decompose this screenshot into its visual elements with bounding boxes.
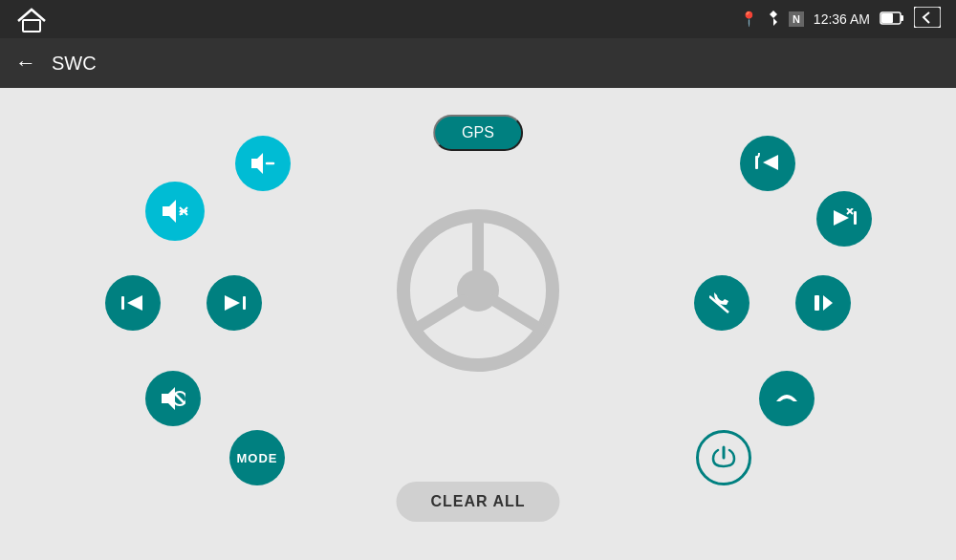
steering-wheel [397,209,559,372]
location-icon: 📍 [740,11,758,28]
page-title: SWC [52,53,97,75]
power-button[interactable] [696,430,751,485]
gps-button[interactable]: GPS [433,115,523,151]
prev-track-button[interactable] [105,275,161,331]
svg-text:+: + [179,205,185,219]
home-icon [15,6,48,32]
svg-rect-0 [23,20,40,32]
back-nav-icon[interactable] [914,7,941,32]
svg-rect-31 [815,295,819,311]
call-skip-forward-button[interactable] [816,191,872,247]
svg-marker-32 [823,295,833,311]
svg-rect-4 [914,7,941,28]
nav-bar: ← SWC [0,38,956,88]
svg-marker-27 [834,210,849,226]
back-button[interactable]: ← [15,51,36,75]
signal-icon: N [789,11,804,27]
status-bar: 📍 N 12:36 AM [0,0,956,38]
mute-button[interactable] [145,371,201,426]
volume-down-button[interactable] [235,136,291,191]
battery-icon [880,11,904,29]
call-end-button[interactable] [759,371,815,426]
svg-marker-25 [763,155,778,170]
svg-line-23 [175,394,185,403]
bluetooth-icon [768,10,779,30]
status-bar-left [15,6,48,32]
svg-marker-15 [251,153,263,174]
volume-up-button[interactable]: + [145,182,205,241]
svg-rect-3 [901,15,903,21]
svg-rect-2 [881,13,893,23]
next-track-button[interactable] [206,275,262,331]
play-pause-button[interactable] [795,275,851,331]
svg-marker-20 [225,295,240,311]
main-content: GPS + [0,88,956,560]
call-mute-button[interactable] [694,275,750,331]
status-time: 12:36 AM [814,11,870,27]
svg-line-9 [493,300,540,329]
svg-rect-26 [854,211,857,225]
clear-all-button[interactable]: CLEAR ALL [396,482,559,522]
steering-wheel-svg [397,209,559,372]
mode-button[interactable]: MODE [229,430,285,485]
call-skip-back-button[interactable] [740,136,795,191]
svg-line-8 [416,300,463,329]
status-bar-right: 📍 N 12:36 AM [740,7,941,32]
svg-marker-10 [163,200,176,223]
svg-marker-18 [127,295,142,311]
svg-rect-19 [243,296,246,310]
svg-rect-17 [121,296,124,310]
